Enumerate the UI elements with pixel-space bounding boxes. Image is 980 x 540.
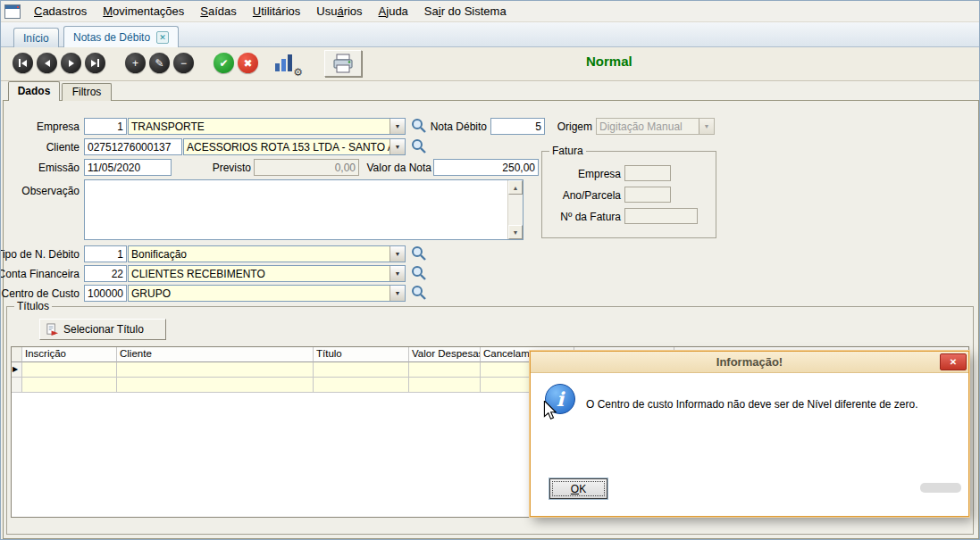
- menu-cadastros[interactable]: Cadastros: [26, 1, 95, 21]
- first-icon: [19, 59, 21, 67]
- memo-scrollbar[interactable]: ▲ ▼: [507, 180, 523, 239]
- tipo-debito-label: Tipo de N. Débito: [0, 248, 80, 261]
- tipo-debito-code-field[interactable]: [84, 245, 127, 262]
- menu-usuarios[interactable]: Usuários: [308, 1, 370, 21]
- titulos-group-title: Títulos: [14, 300, 52, 312]
- prev-icon: [45, 60, 50, 67]
- confirm-button[interactable]: ✔: [214, 53, 234, 73]
- grid-col-titulo[interactable]: Título: [314, 347, 409, 362]
- ok-button[interactable]: OK: [549, 478, 607, 499]
- nav-last-button[interactable]: [85, 53, 105, 73]
- tab-close-icon[interactable]: ✕: [156, 31, 169, 44]
- grid-col-valor-despesas[interactable]: Valor Despesas: [409, 347, 481, 362]
- tipo-debito-combo[interactable]: Bonificação ▼: [128, 245, 406, 262]
- fatura-group: Fatura Empresa Ano/Parcela Nº da Fatura: [541, 151, 716, 238]
- menu-bar: Cadastros Movimentações Saídas Utilitári…: [1, 1, 979, 22]
- menu-movimentacoes[interactable]: Movimentações: [95, 1, 192, 21]
- dialog-grip: [920, 483, 961, 493]
- origem-label: Origem: [535, 120, 592, 133]
- tab-notas-de-debito[interactable]: Notas de Débito ✕: [63, 26, 179, 47]
- pencil-icon: ✎: [155, 58, 163, 69]
- selecionar-titulo-button[interactable]: Selecionar Título: [39, 319, 166, 340]
- conta-financeira-code-field[interactable]: [84, 265, 127, 282]
- menu-sair[interactable]: Sair do Sistema: [416, 1, 515, 21]
- dialog-title: Informação!: [716, 355, 783, 369]
- fatura-ano-parcela-field: [624, 187, 671, 203]
- cliente-combo[interactable]: ACESSORIOS ROTA 153 LTDA - SANTO ANTON ▼: [183, 138, 406, 155]
- conta-financeira-combo[interactable]: CLIENTES RECEBIMENTO ▼: [128, 265, 406, 282]
- emissao-label: Emissão: [1, 162, 80, 174]
- nav-next-button[interactable]: [61, 53, 81, 73]
- fatura-empresa-label: Empresa: [546, 168, 621, 180]
- emissao-field[interactable]: [84, 159, 172, 176]
- observacao-label: Observação: [1, 185, 80, 197]
- chevron-down-icon[interactable]: ▼: [389, 286, 405, 301]
- app-icon: [4, 4, 21, 19]
- plus-icon: +: [132, 58, 138, 69]
- last-icon: [91, 60, 96, 67]
- gear-icon: ⚙: [293, 66, 303, 79]
- document-tabstrip: Início Notas de Débito ✕: [1, 22, 979, 47]
- menu-saidas[interactable]: Saídas: [192, 1, 244, 21]
- empresa-label: Empresa: [1, 120, 80, 133]
- select-document-icon: [46, 323, 59, 336]
- print-button[interactable]: [324, 50, 362, 77]
- add-button[interactable]: +: [125, 53, 146, 73]
- chevron-down-icon[interactable]: ▼: [389, 266, 405, 281]
- tipo-debito-search-icon[interactable]: [410, 245, 428, 262]
- centro-custo-search-icon[interactable]: [410, 284, 428, 302]
- grid-col-inscricao[interactable]: Inscrição: [22, 347, 117, 362]
- tab-inicio[interactable]: Início: [13, 28, 59, 47]
- conta-financeira-label: Conta Financeira: [0, 268, 80, 280]
- previsto-field: [254, 159, 359, 176]
- centro-custo-combo[interactable]: GRUPO ▼: [128, 285, 406, 302]
- mouse-cursor-icon: [543, 401, 557, 420]
- cliente-code-field[interactable]: [84, 138, 182, 155]
- check-icon: ✔: [219, 58, 228, 69]
- observacao-textarea[interactable]: [85, 180, 507, 239]
- scroll-down-icon[interactable]: ▼: [508, 225, 523, 239]
- printer-icon: [332, 54, 354, 73]
- conta-financeira-search-icon[interactable]: [410, 264, 428, 282]
- toolbar: [1, 47, 979, 81]
- fatura-empresa-field: [624, 165, 671, 181]
- edit-button[interactable]: ✎: [149, 53, 170, 73]
- dialog-titlebar[interactable]: Informação! ✕: [531, 352, 968, 373]
- empresa-combo[interactable]: TRANSPORTE ▼: [128, 118, 406, 135]
- grid-col-cliente[interactable]: Cliente: [117, 347, 314, 362]
- info-dialog: Informação! ✕ i O Centro de custo Inform…: [530, 351, 969, 517]
- nota-debito-label: Nota Débito: [426, 120, 487, 133]
- centro-custo-label: Centro de Custo: [0, 287, 80, 300]
- nav-prev-button[interactable]: [37, 53, 57, 73]
- fatura-num-field: [624, 208, 698, 224]
- chevron-down-icon[interactable]: ▼: [389, 246, 405, 262]
- cancel-button[interactable]: ✖: [238, 53, 258, 73]
- subtab-dados[interactable]: Dados: [8, 81, 60, 101]
- fatura-ano-parcela-label: Ano/Parcela: [546, 189, 621, 202]
- nav-first-button[interactable]: [13, 53, 33, 73]
- menu-ajuda[interactable]: Ajuda: [371, 1, 416, 21]
- chevron-down-icon: ▼: [699, 119, 714, 134]
- valor-nota-field[interactable]: [433, 159, 539, 176]
- origem-combo: Digitação Manual ▼: [596, 118, 715, 135]
- centro-custo-code-field[interactable]: [84, 285, 127, 302]
- x-icon: ✖: [243, 58, 252, 69]
- subtab-filtros[interactable]: Filtros: [62, 83, 112, 101]
- previsto-label: Previsto: [172, 162, 251, 174]
- app-window: Cadastros Movimentações Saídas Utilitári…: [0, 0, 980, 540]
- scroll-up-icon[interactable]: ▲: [508, 180, 523, 195]
- fatura-group-title: Fatura: [549, 145, 586, 157]
- menu-utilitarios[interactable]: Utilitários: [245, 1, 308, 21]
- empresa-code-field[interactable]: [84, 118, 127, 135]
- cliente-label: Cliente: [1, 141, 80, 154]
- next-icon: [69, 60, 74, 67]
- chevron-down-icon[interactable]: ▼: [389, 119, 405, 134]
- chevron-down-icon[interactable]: ▼: [389, 139, 405, 154]
- empresa-search-icon[interactable]: [410, 117, 428, 135]
- dialog-message: O Centro de custo Informado não deve ser…: [586, 398, 954, 411]
- observacao-memo[interactable]: ▲ ▼: [84, 179, 524, 240]
- chart-config-button[interactable]: ⚙: [274, 52, 301, 76]
- cliente-search-icon[interactable]: [410, 137, 428, 155]
- dialog-close-button[interactable]: ✕: [940, 353, 967, 370]
- delete-button[interactable]: −: [173, 53, 194, 73]
